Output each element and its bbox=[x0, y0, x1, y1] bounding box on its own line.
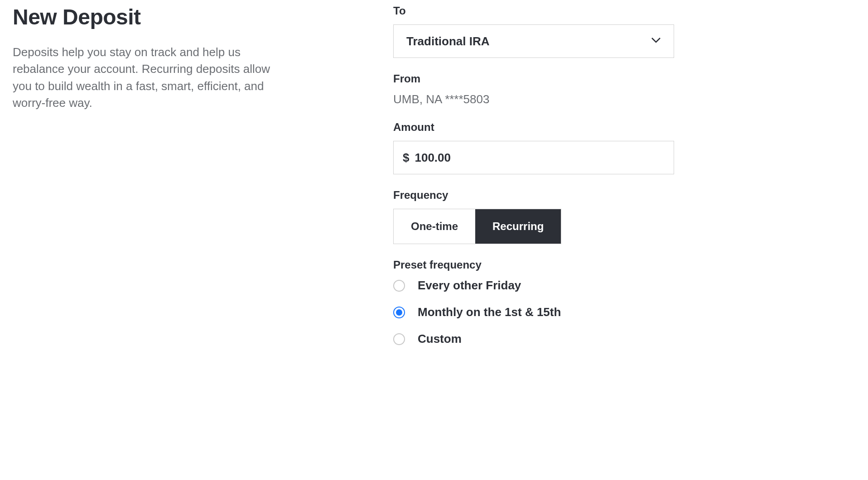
radio-icon bbox=[393, 307, 405, 318]
to-account-select[interactable]: Traditional IRA bbox=[393, 24, 674, 58]
preset-frequency-label: Preset frequency bbox=[393, 259, 674, 271]
preset-option-custom[interactable]: Custom bbox=[393, 332, 674, 346]
from-label: From bbox=[393, 72, 674, 85]
to-account-value: Traditional IRA bbox=[406, 34, 489, 48]
from-account-value: UMB, NA ****5803 bbox=[393, 92, 674, 106]
preset-option-label: Monthly on the 1st & 15th bbox=[418, 305, 561, 319]
radio-icon bbox=[393, 280, 405, 292]
page-description: Deposits help you stay on track and help… bbox=[13, 44, 275, 112]
radio-icon bbox=[393, 333, 405, 345]
frequency-recurring-button[interactable]: Recurring bbox=[475, 209, 561, 244]
currency-symbol: $ bbox=[403, 151, 409, 165]
preset-option-label: Custom bbox=[418, 332, 462, 346]
amount-input-wrapper[interactable]: $ bbox=[393, 141, 674, 174]
preset-frequency-radio-group: Every other Friday Monthly on the 1st & … bbox=[393, 278, 674, 346]
amount-label: Amount bbox=[393, 121, 674, 134]
to-label: To bbox=[393, 5, 674, 17]
preset-option-label: Every other Friday bbox=[418, 278, 521, 293]
preset-option-monthly-1st-15th[interactable]: Monthly on the 1st & 15th bbox=[393, 305, 674, 319]
chevron-down-icon bbox=[651, 37, 661, 45]
frequency-toggle: One-time Recurring bbox=[393, 209, 561, 244]
frequency-onetime-button[interactable]: One-time bbox=[394, 209, 475, 244]
preset-option-every-other-friday[interactable]: Every other Friday bbox=[393, 278, 674, 293]
amount-input[interactable] bbox=[415, 151, 665, 165]
frequency-label: Frequency bbox=[393, 189, 674, 202]
page-title: New Deposit bbox=[13, 5, 275, 29]
